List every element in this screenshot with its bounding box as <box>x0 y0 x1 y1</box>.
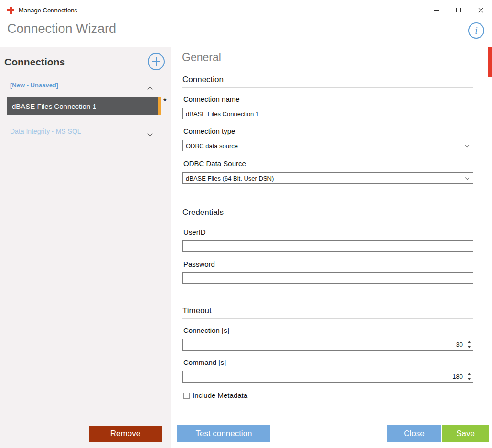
close-button[interactable] <box>470 0 492 20</box>
connection-timeout-stepper <box>182 339 473 351</box>
close-icon <box>478 7 484 13</box>
minimize-icon <box>434 10 439 11</box>
right-edge-accent <box>488 47 492 77</box>
command-timeout-label: Command [s] <box>183 358 226 366</box>
userid-label: UserID <box>183 228 206 236</box>
command-timeout-input[interactable] <box>183 371 465 382</box>
connection-name-input[interactable] <box>182 108 473 119</box>
chevron-down-icon <box>465 143 469 147</box>
manage-connections-window: Manage Connections Connection Wizard i C… <box>0 0 492 448</box>
password-input[interactable] <box>182 272 473 284</box>
scrollbar-thumb[interactable] <box>481 218 481 313</box>
minimize-button[interactable] <box>426 0 448 20</box>
group-label: [New - Unsaved] <box>10 82 58 89</box>
spin-down-button[interactable] <box>465 345 473 351</box>
window-title: Manage Connections <box>19 7 77 14</box>
connection-name-label: Connection name <box>183 95 240 103</box>
include-metadata-label: Include Metadata <box>193 391 247 399</box>
spin-down-icon <box>468 378 471 380</box>
sidebar-group-data-integrity[interactable]: Data Integrity - MS SQL <box>0 126 171 139</box>
spinner-buttons <box>465 339 473 350</box>
spinner-buttons <box>465 371 473 382</box>
spin-up-button[interactable] <box>465 371 473 377</box>
spin-up-button[interactable] <box>465 339 473 345</box>
timeout-section-title: Timeout <box>182 306 212 316</box>
sidebar-item-dbase-connection[interactable]: dBASE Files Connection 1 <box>7 97 158 115</box>
spin-down-icon <box>468 346 471 348</box>
command-timeout-stepper <box>182 371 473 383</box>
connection-section-title: Connection <box>182 75 224 85</box>
userid-input[interactable] <box>182 240 473 252</box>
spin-up-icon <box>468 373 471 375</box>
title-bar[interactable]: Manage Connections <box>0 0 492 20</box>
chevron-down-icon[interactable] <box>148 129 152 138</box>
connection-type-select[interactable]: ODBC data source <box>182 140 473 151</box>
window-controls <box>426 0 492 20</box>
panel-title: General <box>182 51 221 64</box>
odbc-source-value: dBASE Files (64 Bit, User DSN) <box>186 175 274 182</box>
add-connection-button[interactable] <box>148 53 165 70</box>
credentials-section-title: Credentials <box>182 208 224 217</box>
page-title: Connection Wizard <box>7 21 116 36</box>
test-connection-button[interactable]: Test connection <box>177 425 270 442</box>
chevron-up-icon[interactable] <box>148 85 152 93</box>
remove-button[interactable]: Remove <box>89 426 162 442</box>
sidebar-group-new-unsaved[interactable]: [New - Unsaved] <box>0 80 171 93</box>
close-dialog-button[interactable]: Close <box>387 425 441 442</box>
include-metadata-checkbox[interactable] <box>183 393 190 399</box>
section-divider <box>182 220 473 220</box>
maximize-icon <box>456 8 461 12</box>
spin-up-icon <box>468 341 471 343</box>
connections-sidebar: Connections [New - Unsaved] dBASE Files … <box>0 47 171 448</box>
sidebar-title: Connections <box>4 56 65 68</box>
selected-item-accent-bar <box>158 97 161 115</box>
odbc-source-select[interactable]: dBASE Files (64 Bit, User DSN) <box>182 172 473 184</box>
unsaved-marker: * <box>163 97 167 107</box>
connection-timeout-input[interactable] <box>183 339 465 350</box>
info-icon[interactable]: i <box>468 22 484 39</box>
connection-timeout-label: Connection [s] <box>183 326 229 334</box>
general-panel: General Connection Connection name Conne… <box>171 47 492 448</box>
connection-item-label: dBASE Files Connection 1 <box>12 102 96 110</box>
spin-down-button[interactable] <box>465 377 473 383</box>
section-divider <box>182 318 473 319</box>
app-icon <box>7 7 14 14</box>
odbc-source-label: ODBC Data Source <box>183 160 246 168</box>
chevron-down-icon <box>465 176 469 180</box>
connection-type-value: ODBC data source <box>186 142 238 149</box>
save-button[interactable]: Save <box>442 425 489 442</box>
password-label: Password <box>183 260 215 268</box>
maximize-button[interactable] <box>448 0 470 20</box>
section-divider <box>182 87 473 88</box>
group-label: Data Integrity - MS SQL <box>10 128 81 135</box>
connection-type-label: Connection type <box>183 127 235 135</box>
